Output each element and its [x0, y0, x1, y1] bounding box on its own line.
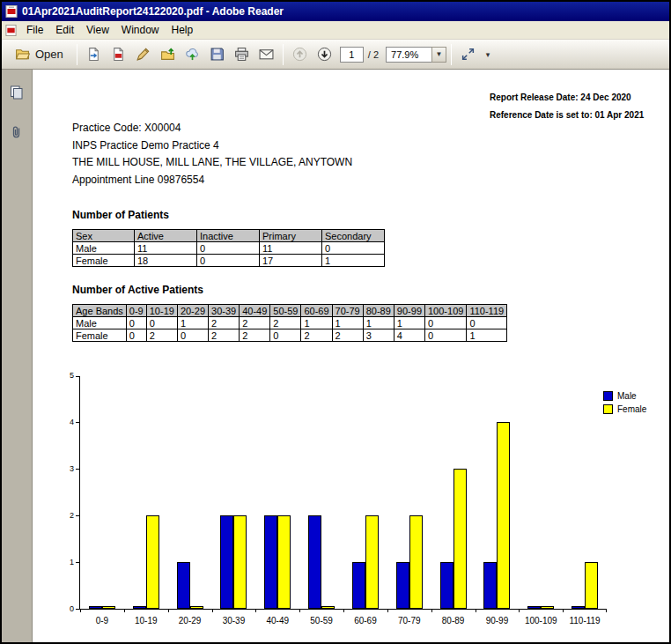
- menu-edit[interactable]: Edit: [49, 22, 80, 38]
- practice-info-line: THE MILL HOUSE, MILL LANE, THE VILLAGE, …: [72, 154, 352, 172]
- x-axis-tick: [519, 609, 520, 612]
- y-axis-tick-label: 5: [56, 371, 74, 380]
- table-cell: 1: [322, 255, 385, 267]
- page-thumbnails-icon: [9, 85, 25, 100]
- practice-info-line: Practice Code: X00004: [72, 120, 352, 137]
- arrow-up-circle-icon: [292, 47, 307, 62]
- y-axis-tick: [76, 376, 80, 377]
- table-cell: 0: [322, 242, 385, 255]
- y-axis-tick: [76, 422, 80, 423]
- zoom-value-field[interactable]: 77.9%: [386, 47, 431, 63]
- patients-heading: Number of Patients: [72, 209, 169, 221]
- chart-bar-male: [308, 515, 321, 609]
- x-axis-category-label: 70-79: [387, 616, 431, 625]
- column-header: Primary: [260, 230, 322, 242]
- table-cell: Male: [73, 317, 127, 329]
- column-header: 110-119: [467, 305, 507, 317]
- table-cell: 2: [146, 329, 177, 342]
- release-date: Report Release Date: 24 Dec 2020: [490, 89, 644, 107]
- chart-bar-female: [585, 562, 598, 609]
- toolbar-separator: [283, 44, 284, 65]
- menu-help[interactable]: Help: [166, 22, 200, 38]
- table-cell: 0: [425, 317, 467, 329]
- chart-bar-male: [352, 562, 365, 609]
- chevron-down-icon: ▼: [436, 50, 443, 58]
- column-header: Age Bands: [73, 305, 127, 317]
- x-axis-tick: [431, 609, 432, 612]
- report-dates: Report Release Date: 24 Dec 2020 Referen…: [490, 89, 644, 124]
- open-button[interactable]: Open: [6, 42, 72, 66]
- y-axis-tick-label: 3: [56, 464, 74, 473]
- chart-bar-female: [453, 469, 467, 609]
- chart-bar-male: [220, 515, 233, 609]
- chart-bar-male: [177, 562, 190, 609]
- practice-info-line: Appointment Line 09876554: [72, 172, 352, 189]
- open-folder-icon: [15, 47, 30, 62]
- save-button[interactable]: [205, 42, 229, 66]
- chart-bar-female: [190, 606, 203, 609]
- table-cell: 2: [240, 317, 270, 329]
- table-cell: 3: [363, 329, 394, 342]
- export-folder-button[interactable]: [156, 42, 180, 66]
- main-area: Report Release Date: 24 Dec 2020 Referen…: [2, 70, 669, 642]
- x-axis-tick: [563, 609, 564, 612]
- menu-window[interactable]: Window: [115, 22, 166, 38]
- email-icon: [259, 47, 274, 62]
- x-axis-tick: [299, 609, 300, 612]
- table-cell: 0: [197, 255, 260, 267]
- next-page-button[interactable]: [313, 42, 336, 66]
- zoom-dropdown-button[interactable]: ▼: [431, 47, 446, 63]
- legend-item-male: Male: [603, 389, 646, 403]
- share-file-button[interactable]: [82, 42, 106, 66]
- table-cell: 2: [240, 329, 270, 342]
- titlebar[interactable]: 01Apr2021AuditReport24122020.pdf - Adobe…: [2, 2, 669, 21]
- toolbar-separator: [451, 44, 452, 65]
- attachments-button[interactable]: [6, 121, 28, 143]
- column-header: Secondary: [322, 230, 385, 242]
- cloud-upload-button[interactable]: [181, 42, 204, 66]
- table-cell: 1: [332, 317, 363, 329]
- y-axis-tick: [76, 562, 80, 563]
- table-cell: 0: [197, 242, 260, 255]
- toolbar-overflow-button[interactable]: ▾: [481, 42, 495, 66]
- y-axis-tick-label: 0: [56, 604, 74, 613]
- table-cell: Female: [73, 329, 127, 342]
- x-axis-tick: [476, 609, 476, 612]
- resize-view-button[interactable]: [456, 42, 480, 66]
- save-icon: [210, 47, 225, 62]
- menu-file[interactable]: File: [20, 22, 49, 38]
- x-axis-category-label: 110-119: [563, 616, 607, 625]
- chart-plot-area: 0123450-910-1920-2930-3940-4950-5960-697…: [79, 376, 606, 610]
- table-cell: 1: [363, 317, 394, 329]
- x-axis-tick: [80, 609, 81, 612]
- convert-pdf-button[interactable]: [107, 42, 130, 66]
- table-cell: 0: [425, 329, 467, 342]
- page-total-label: / 2: [368, 49, 379, 60]
- practice-info: Practice Code: X00004INPS Practice Demo …: [72, 120, 352, 189]
- menubar: FileEditViewWindowHelp: [2, 21, 669, 40]
- column-header: Active: [135, 230, 197, 242]
- x-axis-category-label: 90-99: [476, 616, 520, 625]
- table-row: Female020220223401: [73, 329, 507, 342]
- menu-view[interactable]: View: [80, 22, 115, 38]
- column-header: 60-69: [301, 305, 332, 317]
- chart-bar-male: [571, 606, 585, 609]
- chart-bar-female: [365, 515, 379, 609]
- arrow-down-circle-icon: [317, 47, 332, 62]
- sign-button[interactable]: [131, 42, 155, 66]
- cloud-upload-icon: [185, 47, 200, 62]
- x-axis-tick: [343, 609, 344, 612]
- document-area[interactable]: Report Release Date: 24 Dec 2020 Referen…: [33, 70, 669, 642]
- print-button[interactable]: [230, 42, 254, 66]
- table-header-row: SexActiveInactivePrimarySecondary: [73, 230, 385, 242]
- previous-page-button[interactable]: [288, 42, 312, 66]
- chart-bar-male: [396, 562, 409, 609]
- page-number-input[interactable]: [340, 47, 364, 63]
- legend-swatch: [603, 391, 613, 401]
- page-thumbnails-button[interactable]: [6, 81, 28, 103]
- column-header: 20-29: [177, 305, 208, 317]
- chart-bar-male: [527, 606, 541, 609]
- zoom-combobox: 77.9% ▼: [386, 47, 446, 63]
- email-button[interactable]: [254, 42, 278, 66]
- pdf-doc-icon[interactable]: [5, 25, 17, 36]
